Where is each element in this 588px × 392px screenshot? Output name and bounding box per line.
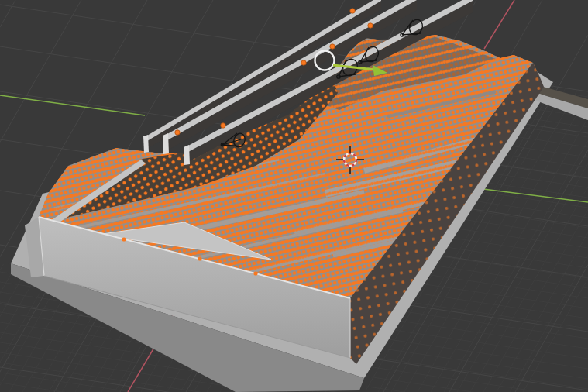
control-point[interactable] (221, 123, 225, 128)
control-point[interactable] (175, 130, 180, 135)
control-point[interactable] (368, 23, 373, 28)
edge-vertex[interactable] (198, 256, 201, 260)
control-point[interactable] (350, 9, 355, 13)
viewport-window (0, 0, 588, 392)
edge-vertex[interactable] (253, 271, 257, 275)
control-point[interactable] (301, 60, 306, 65)
viewport-canvas[interactable] (0, 0, 588, 392)
control-point[interactable] (330, 44, 335, 49)
edge-vertex[interactable] (122, 237, 126, 241)
